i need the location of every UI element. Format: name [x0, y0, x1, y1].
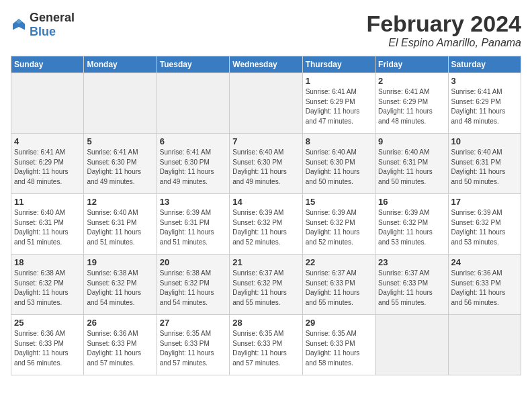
day-number: 10 [451, 136, 518, 146]
weekday-header-saturday: Saturday [448, 56, 521, 73]
day-info: Sunrise: 6:40 AMSunset: 6:31 PMDaylight:… [87, 209, 141, 246]
day-number: 5 [87, 136, 153, 146]
day-info: Sunrise: 6:40 AMSunset: 6:31 PMDaylight:… [451, 148, 506, 185]
day-number: 8 [306, 136, 372, 146]
location-title: El Espino Amarillo, Panama [366, 37, 521, 49]
calendar-cell: 18 Sunrise: 6:38 AMSunset: 6:32 PMDaylig… [11, 255, 84, 315]
day-info: Sunrise: 6:41 AMSunset: 6:29 PMDaylight:… [451, 88, 506, 125]
calendar-cell: 12 Sunrise: 6:40 AMSunset: 6:31 PMDaylig… [84, 194, 157, 255]
day-info: Sunrise: 6:40 AMSunset: 6:30 PMDaylight:… [306, 148, 360, 185]
day-number: 1 [306, 76, 372, 86]
calendar-cell: 28 Sunrise: 6:35 AMSunset: 6:33 PMDaylig… [230, 315, 302, 375]
day-info: Sunrise: 6:41 AMSunset: 6:30 PMDaylight:… [87, 148, 141, 185]
weekday-header-wednesday: Wednesday [230, 56, 302, 73]
day-number: 9 [378, 136, 445, 146]
calendar-cell [448, 315, 521, 375]
calendar-cell: 1 Sunrise: 6:41 AMSunset: 6:29 PMDayligh… [302, 73, 375, 134]
day-number: 21 [232, 257, 299, 267]
calendar-cell: 29 Sunrise: 6:35 AMSunset: 6:33 PMDaylig… [302, 315, 375, 375]
calendar-cell [84, 73, 157, 134]
day-number: 28 [232, 318, 299, 328]
day-info: Sunrise: 6:41 AMSunset: 6:30 PMDaylight:… [160, 148, 214, 185]
day-info: Sunrise: 6:41 AMSunset: 6:29 PMDaylight:… [306, 88, 360, 125]
day-info: Sunrise: 6:39 AMSunset: 6:32 PMDaylight:… [451, 209, 506, 246]
weekday-header-tuesday: Tuesday [157, 56, 229, 73]
calendar-cell: 5 Sunrise: 6:41 AMSunset: 6:30 PMDayligh… [84, 134, 157, 194]
day-info: Sunrise: 6:36 AMSunset: 6:33 PMDaylight:… [14, 330, 69, 367]
day-number: 3 [451, 76, 518, 86]
day-number: 14 [232, 197, 299, 207]
calendar-cell: 8 Sunrise: 6:40 AMSunset: 6:30 PMDayligh… [302, 134, 375, 194]
day-info: Sunrise: 6:41 AMSunset: 6:29 PMDaylight:… [14, 148, 69, 185]
logo-icon [11, 17, 27, 33]
day-number: 2 [378, 76, 445, 86]
calendar-cell: 27 Sunrise: 6:35 AMSunset: 6:33 PMDaylig… [157, 315, 229, 375]
day-number: 22 [306, 257, 372, 267]
calendar-cell [11, 73, 84, 134]
calendar-cell: 2 Sunrise: 6:41 AMSunset: 6:29 PMDayligh… [375, 73, 448, 134]
day-number: 20 [160, 257, 226, 267]
day-number: 12 [87, 197, 153, 207]
calendar-cell: 22 Sunrise: 6:37 AMSunset: 6:33 PMDaylig… [302, 255, 375, 315]
day-number: 19 [87, 257, 153, 267]
calendar-cell: 15 Sunrise: 6:39 AMSunset: 6:32 PMDaylig… [302, 194, 375, 255]
day-number: 17 [451, 197, 518, 207]
day-info: Sunrise: 6:35 AMSunset: 6:33 PMDaylight:… [160, 330, 214, 367]
month-title: February 2024 [366, 11, 521, 37]
logo-blue-text: Blue [30, 25, 56, 38]
day-number: 13 [160, 197, 226, 207]
weekday-header-monday: Monday [84, 56, 157, 73]
day-info: Sunrise: 6:36 AMSunset: 6:33 PMDaylight:… [87, 330, 141, 367]
weekday-header-sunday: Sunday [11, 56, 84, 73]
calendar-cell: 26 Sunrise: 6:36 AMSunset: 6:33 PMDaylig… [84, 315, 157, 375]
day-number: 25 [14, 318, 81, 328]
calendar-cell: 13 Sunrise: 6:39 AMSunset: 6:31 PMDaylig… [157, 194, 229, 255]
day-number: 11 [14, 197, 81, 207]
calendar-cell: 6 Sunrise: 6:41 AMSunset: 6:30 PMDayligh… [157, 134, 229, 194]
calendar-cell [230, 73, 302, 134]
day-number: 29 [306, 318, 372, 328]
day-info: Sunrise: 6:40 AMSunset: 6:31 PMDaylight:… [378, 148, 433, 185]
day-info: Sunrise: 6:38 AMSunset: 6:32 PMDaylight:… [14, 269, 69, 306]
day-number: 18 [14, 257, 81, 267]
day-info: Sunrise: 6:37 AMSunset: 6:32 PMDaylight:… [232, 269, 287, 306]
day-number: 4 [14, 136, 81, 146]
calendar-cell: 10 Sunrise: 6:40 AMSunset: 6:31 PMDaylig… [448, 134, 521, 194]
day-number: 6 [160, 136, 226, 146]
calendar-cell: 20 Sunrise: 6:38 AMSunset: 6:32 PMDaylig… [157, 255, 229, 315]
calendar-cell: 24 Sunrise: 6:36 AMSunset: 6:33 PMDaylig… [448, 255, 521, 315]
weekday-header-thursday: Thursday [302, 56, 375, 73]
day-info: Sunrise: 6:39 AMSunset: 6:31 PMDaylight:… [160, 209, 214, 246]
day-info: Sunrise: 6:35 AMSunset: 6:33 PMDaylight:… [306, 330, 360, 367]
day-info: Sunrise: 6:39 AMSunset: 6:32 PMDaylight:… [306, 209, 360, 246]
calendar-cell [375, 315, 448, 375]
calendar-cell: 17 Sunrise: 6:39 AMSunset: 6:32 PMDaylig… [448, 194, 521, 255]
calendar-cell: 9 Sunrise: 6:40 AMSunset: 6:31 PMDayligh… [375, 134, 448, 194]
day-info: Sunrise: 6:35 AMSunset: 6:33 PMDaylight:… [232, 330, 287, 367]
calendar-cell: 23 Sunrise: 6:37 AMSunset: 6:33 PMDaylig… [375, 255, 448, 315]
day-info: Sunrise: 6:37 AMSunset: 6:33 PMDaylight:… [378, 269, 433, 306]
day-info: Sunrise: 6:40 AMSunset: 6:30 PMDaylight:… [232, 148, 287, 185]
day-number: 15 [306, 197, 372, 207]
day-info: Sunrise: 6:39 AMSunset: 6:32 PMDaylight:… [232, 209, 287, 246]
calendar-cell [157, 73, 229, 134]
calendar-cell: 3 Sunrise: 6:41 AMSunset: 6:29 PMDayligh… [448, 73, 521, 134]
calendar-table: SundayMondayTuesdayWednesdayThursdayFrid… [11, 56, 521, 375]
day-number: 7 [232, 136, 299, 146]
day-info: Sunrise: 6:38 AMSunset: 6:32 PMDaylight:… [160, 269, 214, 306]
calendar-cell: 14 Sunrise: 6:39 AMSunset: 6:32 PMDaylig… [230, 194, 302, 255]
calendar-cell: 7 Sunrise: 6:40 AMSunset: 6:30 PMDayligh… [230, 134, 302, 194]
header: General Blue February 2024 El Espino Ama… [11, 11, 521, 49]
day-number: 26 [87, 318, 153, 328]
day-info: Sunrise: 6:36 AMSunset: 6:33 PMDaylight:… [451, 269, 506, 306]
calendar-cell: 19 Sunrise: 6:38 AMSunset: 6:32 PMDaylig… [84, 255, 157, 315]
day-info: Sunrise: 6:38 AMSunset: 6:32 PMDaylight:… [87, 269, 141, 306]
calendar-cell: 21 Sunrise: 6:37 AMSunset: 6:32 PMDaylig… [230, 255, 302, 315]
day-info: Sunrise: 6:40 AMSunset: 6:31 PMDaylight:… [14, 209, 69, 246]
calendar-cell: 16 Sunrise: 6:39 AMSunset: 6:32 PMDaylig… [375, 194, 448, 255]
calendar-cell: 4 Sunrise: 6:41 AMSunset: 6:29 PMDayligh… [11, 134, 84, 194]
day-number: 16 [378, 197, 445, 207]
day-number: 23 [378, 257, 445, 267]
day-number: 24 [451, 257, 518, 267]
logo-general-text: General [30, 11, 75, 24]
